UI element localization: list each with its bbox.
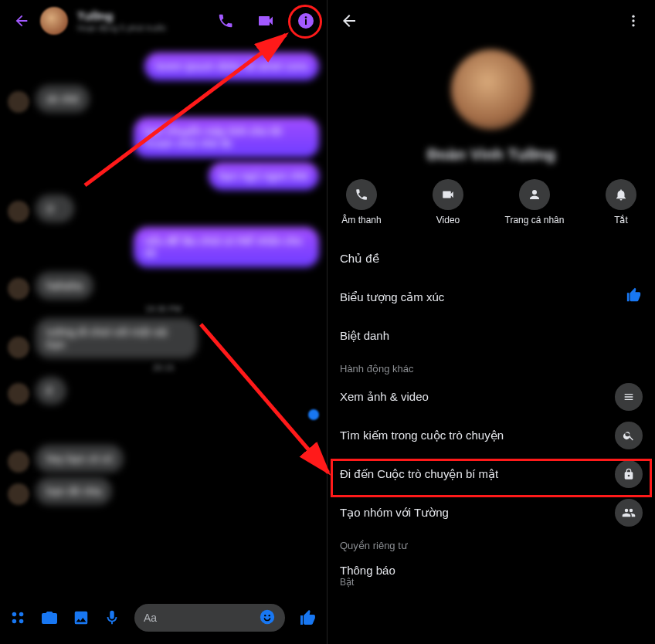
message-bubble[interactable]: bạn chuyển máy tính cho tôi mượn chút nh… — [134, 117, 319, 158]
svg-point-6 — [19, 619, 24, 624]
arrow-left-icon — [340, 12, 358, 30]
like-button[interactable] — [299, 608, 317, 627]
avatar — [8, 278, 29, 300]
avatar — [8, 91, 29, 113]
apps-button[interactable] — [9, 609, 26, 626]
svg-point-2 — [305, 16, 307, 19]
svg-point-8 — [264, 614, 266, 615]
placeholder: Aa — [144, 612, 157, 624]
mic-icon — [104, 609, 120, 626]
profile-block: Đoàn Vinh Tường — [328, 49, 655, 164]
section-header: Hành động khác — [328, 355, 655, 378]
row-nickname[interactable]: Biệt danh — [328, 317, 655, 355]
timestamp: 20:15 — [8, 363, 319, 372]
svg-point-9 — [269, 614, 270, 615]
message-bubble[interactable]: hahaha — [36, 272, 93, 300]
action-label: Tắt — [614, 215, 628, 225]
message-bubble[interactable]: ừ — [36, 195, 74, 222]
row-label: Biệt danh — [340, 329, 389, 343]
contact-status: Hoạt động 5 phút trước — [77, 23, 208, 33]
thumbs-up-icon — [299, 608, 317, 627]
profile-name: Đoàn Vinh Tường — [427, 145, 555, 164]
action-label: Âm thanh — [341, 215, 381, 225]
avatar[interactable] — [40, 7, 68, 35]
row-theme[interactable]: Chủ đề — [328, 239, 655, 278]
back-button[interactable] — [335, 7, 363, 35]
phone-icon — [355, 188, 368, 202]
row-media[interactable]: Xem ảnh & video — [328, 378, 655, 416]
back-button[interactable] — [8, 7, 36, 35]
search-icon — [615, 422, 643, 449]
row-label: Biểu tượng cảm xúc — [340, 290, 444, 304]
message-bubble[interactable]: ê — [36, 377, 66, 405]
image-icon — [73, 609, 90, 626]
info-pane: Đoàn Vinh Tường Âm thanh Video Trang cá … — [328, 0, 655, 644]
smiley-icon — [259, 608, 276, 625]
svg-point-4 — [19, 612, 24, 617]
action-mute[interactable]: Tắt — [591, 179, 651, 225]
message-bubble[interactable]: nếu để lâu chút có thể nhắn cho tôi — [134, 227, 319, 267]
row-search[interactable]: Tìm kiếm trong cuộc trò chuyện — [328, 416, 655, 455]
svg-point-7 — [260, 609, 274, 623]
message-input[interactable]: Aa — [134, 604, 285, 632]
more-vert-icon — [626, 13, 641, 29]
gallery-button[interactable] — [73, 609, 90, 626]
chat-pane: Tường Hoạt động 5 phút trước lorem ipsum… — [0, 0, 328, 644]
message-bubble[interactable]: bạn ngủ ngon nhé — [209, 162, 319, 190]
action-audio[interactable]: Âm thanh — [331, 179, 392, 225]
action-label: Trang cá nhân — [505, 215, 565, 225]
contact-name: Tường — [77, 9, 208, 23]
row-secret-conversation[interactable]: Đi đến Cuộc trò chuyện bí mật — [328, 455, 655, 493]
video-icon — [256, 12, 275, 30]
phone-icon — [217, 12, 234, 29]
row-label: Thông báo — [340, 564, 395, 577]
camera-button[interactable] — [40, 608, 59, 627]
chat-header: Tường Hoạt động 5 phút trước — [0, 0, 327, 42]
thumbs-up-icon — [626, 286, 643, 308]
message-bubble[interactable]: tường đi chơi với một vài bạn — [36, 318, 198, 358]
svg-point-10 — [632, 15, 634, 18]
camera-icon — [40, 608, 59, 627]
action-video[interactable]: Video — [418, 179, 478, 225]
svg-rect-1 — [305, 19, 307, 25]
grid-icon — [9, 609, 26, 626]
settings-list: Chủ đề Biểu tượng cảm xúc Biệt danh Hành… — [328, 239, 655, 596]
video-call-button[interactable] — [253, 8, 279, 34]
mic-button[interactable] — [104, 609, 120, 626]
stack-icon — [615, 383, 643, 411]
header-actions — [212, 8, 319, 34]
row-label: Đi đến Cuộc trò chuyện bí mật — [340, 467, 498, 481]
svg-point-3 — [12, 612, 17, 617]
message-bubble[interactable]: ok nhé — [36, 85, 90, 113]
info-button[interactable] — [293, 8, 319, 34]
timestamp: 19:30 PM — [8, 304, 319, 314]
avatar[interactable] — [451, 49, 531, 130]
arrow-left-icon — [13, 12, 30, 29]
group-icon — [615, 499, 643, 527]
audio-call-button[interactable] — [212, 8, 239, 34]
svg-point-5 — [12, 619, 17, 624]
chat-body[interactable]: lorem ipsum dolor sit amet cons ok nhé b… — [0, 42, 327, 590]
avatar — [8, 451, 29, 473]
action-label: Video — [436, 215, 460, 225]
message-bubble[interactable]: bạn đó nha — [36, 477, 112, 505]
row-sublabel: Bật — [340, 577, 354, 588]
svg-point-11 — [632, 19, 634, 22]
message-bubble[interactable]: lorem ipsum dolor sit amet cons — [144, 53, 319, 80]
row-emoji[interactable]: Biểu tượng cảm xúc — [328, 278, 655, 317]
row-notifications[interactable]: Thông báo Bật — [328, 554, 655, 596]
info-icon — [297, 12, 315, 30]
row-label: Xem ảnh & video — [340, 390, 429, 404]
lock-icon — [615, 460, 643, 488]
action-row: Âm thanh Video Trang cá nhân Tắt — [328, 179, 655, 225]
more-button[interactable] — [619, 7, 647, 35]
composer: Aa — [0, 595, 327, 641]
row-create-group[interactable]: Tạo nhóm với Tường — [328, 493, 655, 532]
section-header: Quyền riêng tư — [328, 532, 655, 554]
contact-title[interactable]: Tường Hoạt động 5 phút trước — [77, 9, 208, 33]
action-profile[interactable]: Trang cá nhân — [504, 179, 565, 225]
seen-indicator — [308, 409, 319, 420]
message-bubble[interactable]: hey bạn ơi có — [36, 445, 124, 473]
info-header — [328, 0, 655, 42]
emoji-button[interactable] — [259, 608, 276, 628]
